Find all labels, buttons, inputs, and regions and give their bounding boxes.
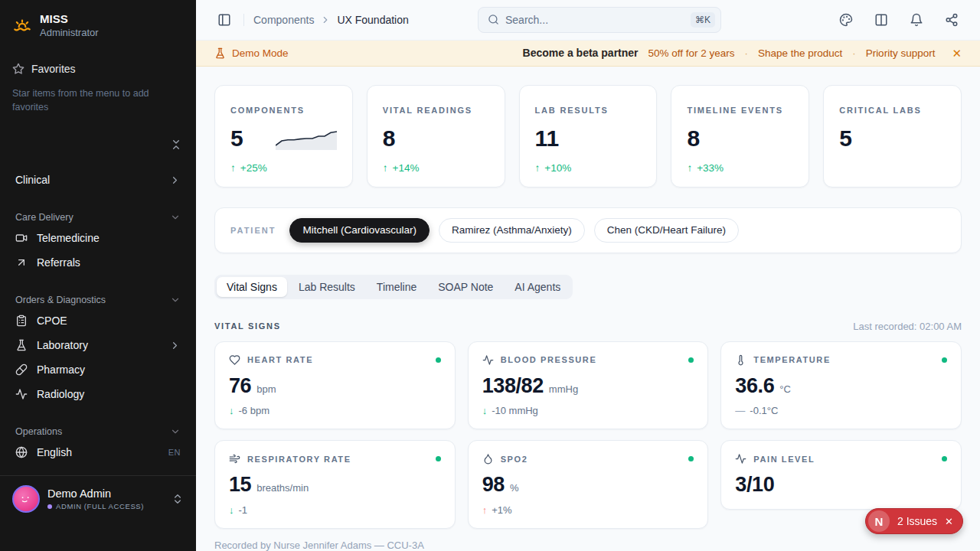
- activity-icon: [15, 388, 28, 400]
- chevron-right-icon: [169, 174, 181, 186]
- columns-icon: [874, 13, 888, 27]
- sidebar-toggle-button[interactable]: [214, 10, 234, 30]
- vital-label: BLOOD PRESSURE: [501, 355, 597, 364]
- sidebar-item-label: English: [37, 446, 72, 458]
- layout-columns-button[interactable]: [871, 10, 891, 30]
- patient-option-mitchell[interactable]: Mitchell (Cardiovascular): [289, 218, 430, 243]
- search-box[interactable]: ⌘K: [478, 7, 721, 33]
- theme-palette-button[interactable]: [836, 10, 856, 30]
- trend-up-icon: ↑: [535, 162, 541, 174]
- vital-label: TEMPERATURE: [753, 355, 831, 364]
- clipboard-list-icon: [15, 315, 28, 327]
- chevron-down-icon: [170, 426, 181, 437]
- nextjs-logo: N: [868, 510, 890, 532]
- trend-down-icon: ↓: [229, 504, 234, 516]
- stat-value: 11: [535, 127, 560, 150]
- vital-label: PAIN LEVEL: [753, 455, 815, 464]
- language-badge: EN: [168, 448, 181, 457]
- beta-partner-link[interactable]: Become a beta partner: [523, 47, 639, 59]
- trend-down-icon: ↓: [482, 405, 488, 416]
- section-care-delivery[interactable]: Care Delivery: [12, 212, 184, 223]
- chevron-down-icon: [170, 295, 181, 305]
- thermometer-icon: [735, 354, 746, 366]
- section-operations[interactable]: Operations: [12, 426, 184, 437]
- vital-card-spo2: SPO2 98 % ↑ +1%: [468, 440, 709, 529]
- issues-close-button[interactable]: ✕: [945, 517, 953, 527]
- search-icon: [488, 14, 499, 25]
- banner-close-button[interactable]: ✕: [952, 47, 962, 59]
- vital-trend: ↑ +1%: [482, 504, 694, 516]
- flask-icon: [214, 47, 226, 59]
- tab-lab-results[interactable]: Lab Results: [289, 277, 365, 297]
- vital-card-blood-pressure: BLOOD PRESSURE 138/82 mmHg ↓ -10 mmHg: [468, 341, 709, 430]
- vital-unit: bpm: [256, 383, 276, 395]
- trend-up-icon: ↑: [687, 162, 692, 174]
- perk-separator: ·: [745, 47, 748, 59]
- stat-value: 5: [839, 127, 852, 150]
- patient-option-ramirez[interactable]: Ramirez (Asthma/Anxiety): [439, 218, 585, 243]
- breadcrumb-parent[interactable]: Components: [253, 14, 314, 26]
- sidebar-item-language[interactable]: English EN: [12, 440, 184, 465]
- sidebar-item-pharmacy[interactable]: Pharmacy: [12, 357, 184, 382]
- tab-soap-note[interactable]: SOAP Note: [428, 277, 503, 297]
- stat-trend: ↑ +33%: [687, 162, 793, 174]
- dev-issues-badge[interactable]: N 2 Issues ✕: [865, 508, 963, 534]
- vitals-grid: HEART RATE 76 bpm ↓ -6 bpm BLOOD PRESSUR…: [214, 341, 962, 529]
- stat-card-components: COMPONENTS 5 ↑ +25%: [214, 85, 353, 187]
- stat-card-lab-results: LAB RESULTS 11 ↑ +10%: [519, 85, 658, 187]
- flask-icon: [15, 339, 28, 351]
- user-menu[interactable]: Demo Admin ADMIN (FULL ACCESS): [12, 485, 184, 513]
- stat-label: LAB RESULTS: [535, 106, 642, 115]
- stat-label: VITAL READINGS: [383, 106, 489, 115]
- arrow-up-right-icon: [15, 256, 28, 269]
- section-title: VITAL SIGNS: [214, 321, 281, 331]
- demo-mode-label: Demo Mode: [232, 47, 289, 59]
- stat-card-timeline-events: TIMELINE EVENTS 8 ↑ +33%: [671, 85, 809, 187]
- share-icon: [945, 13, 959, 27]
- stat-label: CRITICAL LABS: [839, 106, 946, 115]
- pill-icon: [15, 364, 28, 376]
- section-label: Operations: [15, 426, 62, 437]
- vital-value: 138/82: [482, 375, 544, 398]
- sidebar-item-cpoe[interactable]: CPOE: [12, 308, 184, 333]
- collapse-favorites-button[interactable]: [168, 137, 184, 152]
- notifications-button[interactable]: [906, 10, 926, 30]
- vital-unit: °C: [779, 383, 791, 395]
- search-input[interactable]: [505, 14, 684, 26]
- patient-selector: PATIENT Mitchell (Cardiovascular) Ramire…: [214, 207, 962, 253]
- sidebar-item-referrals[interactable]: Referrals: [12, 250, 184, 275]
- stat-label: TIMELINE EVENTS: [687, 106, 793, 115]
- patient-options: Mitchell (Cardiovascular) Ramirez (Asthm…: [289, 218, 739, 243]
- stat-label: COMPONENTS: [230, 106, 337, 115]
- droplet-icon: [482, 453, 494, 465]
- status-dot: [688, 357, 694, 363]
- tab-timeline[interactable]: Timeline: [367, 277, 426, 297]
- issues-count-label: 2 Issues: [897, 515, 937, 527]
- vital-value: 76: [229, 375, 251, 398]
- sidebar-item-clinical[interactable]: Clinical: [12, 168, 184, 192]
- vital-value: 3/10: [735, 474, 774, 497]
- topbar: Components UX Foundation ⌘K: [196, 0, 980, 41]
- sidebar-item-label: Radiology: [37, 388, 84, 400]
- tab-ai-agents[interactable]: AI Agents: [505, 277, 570, 297]
- share-button[interactable]: [942, 10, 962, 30]
- stat-trend: ↑ +14%: [383, 162, 489, 174]
- trend-up-icon: ↑: [383, 162, 388, 174]
- stat-card-vital-readings: VITAL READINGS 8 ↑ +14%: [367, 85, 505, 187]
- sidebar-item-label: Clinical: [15, 174, 50, 186]
- sidebar-item-radiology[interactable]: Radiology: [12, 382, 184, 406]
- banner-perk: Shape the product: [758, 47, 842, 59]
- patient-option-chen[interactable]: Chen (CKD/Heart Failure): [594, 218, 739, 243]
- vital-unit: breaths/min: [256, 482, 309, 494]
- vital-trend: ↓ -10 mmHg: [482, 405, 694, 416]
- vital-unit: mmHg: [549, 383, 578, 395]
- sidebar-item-laboratory[interactable]: Laboratory: [12, 333, 184, 357]
- brand-subtitle: Administrator: [40, 27, 99, 38]
- section-orders-diagnostics[interactable]: Orders & Diagnostics: [12, 295, 184, 305]
- tab-vital-signs[interactable]: Vital Signs: [217, 277, 287, 297]
- last-recorded-timestamp: Last recorded: 02:00 AM: [853, 321, 962, 332]
- breadcrumb: Components UX Foundation: [253, 14, 409, 26]
- vital-trend: ↓ -1: [229, 504, 441, 516]
- sidebar-item-label: Laboratory: [37, 339, 88, 351]
- sidebar-item-telemedicine[interactable]: Telemedicine: [12, 226, 184, 250]
